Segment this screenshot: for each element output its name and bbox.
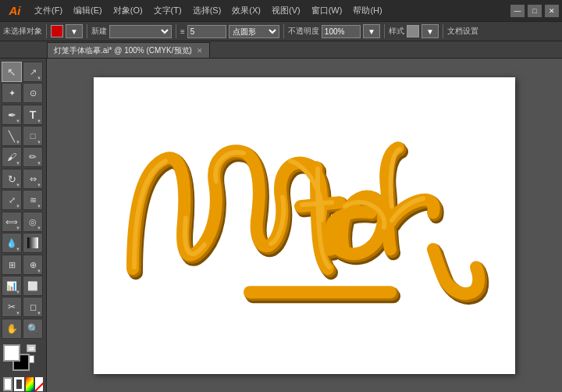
tool-row-12: ✂▼ ◻▼ <box>2 297 44 317</box>
artboard-tool[interactable]: ⬜ <box>23 276 43 296</box>
calligraphy-artwork <box>117 128 492 331</box>
style-swatch[interactable] <box>407 25 419 37</box>
graph-tool[interactable]: 📊▼ <box>2 276 22 296</box>
tool-row-5: 🖌▼ ✏▼ <box>2 147 44 167</box>
brush-shape-select[interactable]: 点圆形 <box>229 25 279 38</box>
select-tool[interactable]: ↖ <box>2 62 22 82</box>
tool-row-3: ✒▼ T▼ <box>2 105 44 125</box>
line-tool[interactable]: ╲▼ <box>2 126 22 146</box>
menu-bar: 文件(F) 编辑(E) 对象(O) 文字(T) 选择(S) 效果(X) 视图(V… <box>30 3 387 18</box>
stroke-color-swatch[interactable] <box>51 25 63 37</box>
tool-row-2: ✦ ⊙ <box>2 83 44 103</box>
artboard <box>94 77 515 374</box>
divider-3 <box>176 24 176 38</box>
gradient-tool[interactable] <box>23 233 43 253</box>
rotate-tool[interactable]: ↻▼ <box>2 169 22 189</box>
brush-size-input[interactable]: 5 <box>187 25 226 38</box>
menu-help[interactable]: 帮助(H) <box>348 3 386 18</box>
brush-size-label: ≡ <box>180 27 185 36</box>
magic-wand-tool[interactable]: ✦ <box>2 83 22 103</box>
divider-4 <box>283 24 284 38</box>
type-tool[interactable]: T▼ <box>23 105 43 125</box>
menu-edit[interactable]: 编辑(E) <box>69 3 107 18</box>
main-area: ↖ ↗▼ ✦ ⊙ ✒▼ T▼ ╲▼ □▼ 🖌▼ ✏▼ ↻▼ ⇔▼ ⤢▼ ≋▼ <box>0 59 562 392</box>
menu-effect[interactable]: 效果(X) <box>227 3 265 18</box>
window-controls: — □ ✕ <box>510 5 559 17</box>
eyedropper-tool[interactable]: 💧▼ <box>2 233 22 253</box>
pen-tool[interactable]: ✒▼ <box>2 105 22 125</box>
tool-row-1: ↖ ↗▼ <box>2 62 44 82</box>
menu-window[interactable]: 窗口(W) <box>307 3 347 18</box>
rect-tool[interactable]: □▼ <box>23 126 43 146</box>
doc-tab-close-button[interactable]: ✕ <box>197 47 203 55</box>
color-swatches: ⇄ ↺ ◈ <box>2 340 44 392</box>
pencil-tool[interactable]: ✏▼ <box>23 147 43 167</box>
opacity-label: 不透明度 <box>288 26 319 37</box>
doc-tab-bar: 灯笼手体临摹.ai* @ 100% (CMYK/预览) ✕ <box>0 41 562 59</box>
document-tab[interactable]: 灯笼手体临摹.ai* @ 100% (CMYK/预览) ✕ <box>47 42 210 58</box>
tool-row-8: ⟺▼ ◎▼ <box>2 212 44 232</box>
app-logo: Ai <box>3 4 27 17</box>
new-select[interactable] <box>109 25 172 38</box>
tool-row-4: ╲▼ □▼ <box>2 126 44 146</box>
swap-colors-button[interactable]: ⇄ <box>27 344 36 352</box>
tool-row-9: 💧▼ <box>2 233 44 253</box>
shape-builder-tool[interactable]: ⊕▼ <box>23 255 43 275</box>
mirror-tool[interactable]: ⇔▼ <box>23 169 43 189</box>
tool-row-13: ✋ 🔍 <box>2 319 44 339</box>
fill-color-swatch[interactable] <box>3 344 20 362</box>
fill-box-button[interactable] <box>3 377 12 391</box>
menu-file[interactable]: 文件(F) <box>30 3 67 18</box>
tool-row-10: ⊞ ⊕▼ <box>2 255 44 275</box>
options-toolbar: 未选择对象 ▼ 新建 ≡ 5 点圆形 不透明度 100% ▼ 样式 ▼ 文档设置 <box>0 21 562 41</box>
color-mode-button[interactable] <box>26 377 34 391</box>
doc-settings-label[interactable]: 文档设置 <box>447 26 478 37</box>
eraser-tool[interactable]: ◻▼ <box>23 297 43 317</box>
doc-tab-name: 灯笼手体临摹.ai* @ 100% (CMYK/预览) <box>54 45 192 56</box>
warp-tool[interactable]: ≋▼ <box>23 190 43 210</box>
tool-row-7: ⤢▼ ≋▼ <box>2 190 44 210</box>
paintbrush-tool[interactable]: 🖌▼ <box>2 147 22 167</box>
none-button[interactable] <box>35 377 43 391</box>
scale-tool[interactable]: ⤢▼ <box>2 190 22 210</box>
divider-1 <box>46 24 47 38</box>
title-bar: Ai 文件(F) 编辑(E) 对象(O) 文字(T) 选择(S) 效果(X) 视… <box>0 0 562 21</box>
tool-row-6: ↻▼ ⇔▼ <box>2 169 44 189</box>
canvas-area[interactable] <box>47 59 562 392</box>
opacity-input[interactable]: 100% <box>322 25 361 38</box>
direct-select-tool[interactable]: ↗▼ <box>23 62 43 82</box>
close-button[interactable]: ✕ <box>545 5 559 17</box>
divider-5 <box>384 24 385 38</box>
menu-view[interactable]: 视图(V) <box>267 3 305 18</box>
menu-select[interactable]: 选择(S) <box>188 3 226 18</box>
toolbox: ↖ ↗▼ ✦ ⊙ ✒▼ T▼ ╲▼ □▼ 🖌▼ ✏▼ ↻▼ ⇔▼ ⤢▼ ≋▼ <box>0 59 47 392</box>
zoom-tool[interactable]: 🔍 <box>23 319 43 339</box>
style-label: 样式 <box>389 26 404 37</box>
style-dropdown[interactable]: ▼ <box>422 24 439 38</box>
blend-tool[interactable]: ◎▼ <box>23 212 43 232</box>
mesh-tool[interactable]: ⊞ <box>2 255 22 275</box>
tool-row-11: 📊▼ ⬜ <box>2 276 44 296</box>
stroke-box-button[interactable] <box>14 377 24 391</box>
menu-type[interactable]: 文字(T) <box>149 3 187 18</box>
divider-6 <box>443 24 443 38</box>
divider-2 <box>87 24 87 38</box>
maximize-button[interactable]: □ <box>528 5 542 17</box>
new-label: 新建 <box>91 26 107 37</box>
slice-tool[interactable]: ✂▼ <box>2 297 22 317</box>
width-tool[interactable]: ⟺▼ <box>2 212 22 232</box>
hand-tool[interactable]: ✋ <box>2 319 22 339</box>
stroke-dropdown[interactable]: ▼ <box>66 24 83 38</box>
opacity-dropdown[interactable]: ▼ <box>363 24 380 38</box>
lasso-tool[interactable]: ⊙ <box>23 83 43 103</box>
minimize-button[interactable]: — <box>510 5 525 17</box>
menu-object[interactable]: 对象(O) <box>108 3 148 18</box>
selection-label: 未选择对象 <box>3 26 42 37</box>
